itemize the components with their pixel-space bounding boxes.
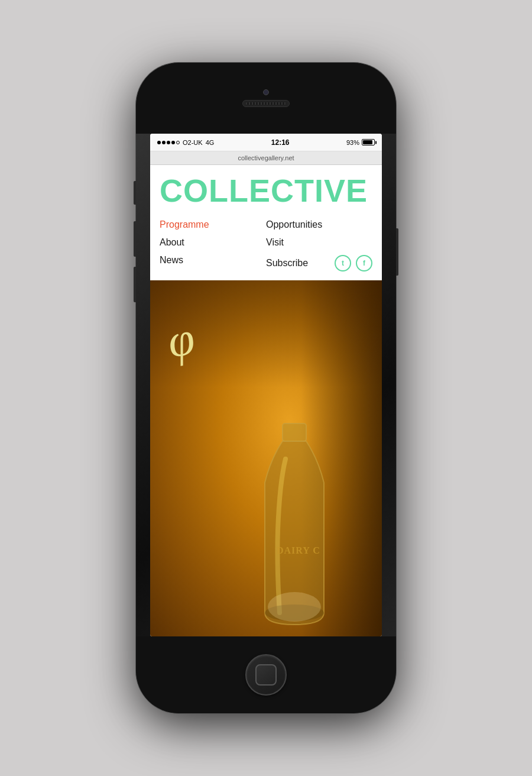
nav-about[interactable]: About (160, 235, 266, 250)
site-header: COLLECTIVE (150, 165, 382, 212)
battery-fill (363, 140, 372, 144)
screen-content: O2-UK 4G 12:16 93% col (150, 134, 382, 636)
url-text: collectivegallery.net (238, 154, 294, 161)
nav-programme[interactable]: Programme (160, 217, 266, 232)
milk-bottle: DAIRY C (247, 412, 342, 636)
status-bar: O2-UK 4G 12:16 93% (150, 134, 382, 151)
battery-percent: 93% (346, 139, 359, 146)
signal-dot-3 (167, 141, 170, 144)
nav-opportunities[interactable]: Opportunities (266, 217, 372, 232)
top-bezel (136, 63, 396, 134)
phone-device: O2-UK 4G 12:16 93% col (136, 63, 396, 713)
url-bar[interactable]: collectivegallery.net (150, 151, 382, 165)
svg-rect-0 (283, 423, 306, 441)
status-left: O2-UK 4G (157, 139, 214, 146)
signal-dot-5 (176, 141, 180, 144)
power-button (396, 228, 398, 276)
svg-point-3 (268, 592, 321, 622)
signal-dot-1 (157, 141, 161, 144)
screen-area: O2-UK 4G 12:16 93% col (150, 134, 382, 636)
site-navigation: Programme Opportunities About Visit News… (150, 212, 382, 280)
nav-news[interactable]: News (160, 253, 266, 274)
bottom-bezel (136, 636, 396, 713)
social-icons: t f (335, 253, 372, 274)
volume-up-button (134, 221, 136, 257)
battery-body (362, 139, 375, 146)
svg-text:DAIRY C: DAIRY C (277, 545, 320, 555)
site-logo[interactable]: COLLECTIVE (160, 174, 372, 206)
home-button[interactable] (245, 654, 287, 696)
signal-dot-4 (171, 141, 175, 144)
nav-subscribe[interactable]: Subscribe (266, 256, 308, 271)
time-display: 12:16 (271, 138, 290, 147)
facebook-icon[interactable]: f (356, 255, 372, 271)
volume-down-button (134, 267, 136, 302)
hero-image: φ DAIRY C (150, 280, 382, 636)
website-content: COLLECTIVE Programme Opportunities About… (150, 165, 382, 636)
twitter-icon[interactable]: t (335, 255, 351, 271)
camera (263, 89, 269, 95)
signal-dot-2 (162, 141, 166, 144)
network-label: 4G (206, 139, 215, 146)
status-right: 93% (346, 139, 375, 146)
speaker (242, 100, 290, 107)
carrier-label: O2-UK (183, 139, 203, 146)
home-button-inner (255, 664, 277, 686)
signal-strength (157, 141, 180, 144)
phone-shell: O2-UK 4G 12:16 93% col (136, 63, 396, 713)
battery-icon (362, 139, 375, 146)
nav-visit[interactable]: Visit (266, 235, 372, 250)
mute-button (134, 181, 136, 205)
